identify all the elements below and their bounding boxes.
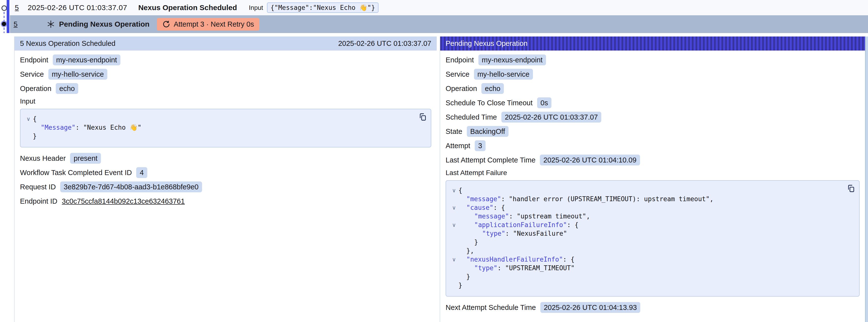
json-key: "message" (466, 195, 501, 203)
json-line-content: { (458, 186, 462, 195)
field-row: Endpoint ID 3c0c75ccfa8144b092c13ce63246… (20, 196, 431, 206)
field-label: Attempt (445, 142, 470, 150)
event-id-badge[interactable]: 4 (136, 167, 147, 178)
json-line: ∨"cause": { (450, 203, 854, 212)
json-token: : (497, 264, 505, 272)
event-input-label: Input (249, 4, 263, 11)
retry-badge-text: Attempt 3 · Next Retry 0s (174, 20, 254, 28)
json-line-content: { (33, 115, 37, 123)
json-line: } (450, 238, 854, 247)
field-value-badge: my-nexus-endpoint (478, 55, 546, 65)
event-panel-header: 5 Nexus Operation Scheduled 2025-02-26 U… (14, 36, 437, 51)
field-value-badge: 0s (537, 97, 552, 108)
field-label: Service (20, 70, 44, 78)
json-key: "cause" (466, 204, 493, 211)
json-line: } (24, 132, 426, 140)
endpoint-id-link[interactable]: 3c0c75ccfa8144b092c13ce632463761 (62, 197, 185, 205)
field-value-badge: my-hello-service (49, 69, 107, 79)
json-line-content: } (458, 238, 478, 247)
field-label: Next Attempt Schedule Time (445, 303, 536, 312)
field-value-badge: my-hello-service (474, 69, 533, 79)
json-token: : { (567, 221, 579, 229)
json-line: ∨"applicationFailureInfo": { (450, 221, 854, 229)
json-line: "message": "handler error (UPSTREAM_TIME… (450, 195, 854, 203)
event-panel-timestamp: 2025-02-26 UTC 01:03:37.07 (338, 39, 431, 47)
field-value-badge: my-nexus-endpoint (53, 55, 121, 65)
field-label: State (445, 127, 462, 136)
json-token: : (509, 213, 517, 220)
json-token: : { (563, 256, 575, 263)
scrollbar[interactable] (865, 36, 868, 322)
field-label: Endpoint (445, 56, 474, 64)
field-row: Operation echo (445, 83, 860, 94)
event-title: Nexus Operation Scheduled (138, 3, 237, 12)
json-line: ∨{ (450, 186, 854, 195)
json-token: "Nexus Echo 👋" (83, 124, 142, 131)
pending-id-link[interactable]: 5 (13, 20, 18, 28)
json-key: "applicationFailureInfo" (474, 221, 567, 229)
field-label: Last Attempt Complete Time (445, 156, 535, 164)
collapse-chevron-icon[interactable]: ∨ (450, 203, 458, 212)
field-row: State BackingOff (445, 126, 860, 137)
field-value-badge: echo (482, 83, 504, 94)
collapse-chevron-icon[interactable]: ∨ (450, 186, 458, 195)
input-section-label: Input (20, 97, 431, 105)
field-value-badge: echo (56, 83, 78, 94)
json-line: } (450, 272, 854, 281)
json-line: } (450, 281, 854, 290)
field-value-badge: 3 (475, 140, 486, 151)
field-label: Schedule To Close Timeout (445, 99, 533, 107)
collapse-chevron-icon[interactable]: ∨ (450, 221, 458, 229)
json-line: "message": "upstream timeout", (450, 212, 854, 221)
field-value-badge: 2025-02-26 UTC 01:04:13.93 (540, 302, 640, 313)
json-token: { (458, 187, 462, 194)
json-line-content: "message": "handler error (UPSTREAM_TIME… (458, 195, 714, 203)
timeline-active-bar (7, 0, 9, 33)
input-json-viewer: ∨{"Message": "Nexus Echo 👋"} (20, 109, 431, 148)
json-token: : (505, 230, 513, 237)
field-row: Endpoint my-nexus-endpoint (445, 55, 860, 65)
json-token: : { (493, 204, 505, 211)
field-label: Workflow Task Completed Event ID (20, 169, 132, 177)
pending-operation-row[interactable]: 5 Pending Nexus Operation Attempt 3 · Ne… (10, 15, 868, 33)
json-line: "type": "UPSTREAM_TIMEOUT" (450, 264, 854, 272)
field-value-badge: 2025-02-26 UTC 01:04:10.09 (540, 155, 640, 165)
event-node-icon[interactable] (1, 5, 7, 11)
field-row: Next Attempt Schedule Time 2025-02-26 UT… (445, 302, 860, 313)
json-token: "upstream timeout" (517, 213, 586, 220)
collapse-chevron-icon[interactable]: ∨ (24, 115, 33, 123)
event-id-link[interactable]: 5 (15, 4, 19, 12)
json-line-content: "nexusHandlerFailureInfo": { (458, 255, 575, 264)
field-label: Endpoint ID (20, 197, 58, 205)
json-line: ∨{ (24, 115, 426, 123)
copy-icon[interactable] (847, 184, 855, 193)
json-key: "type" (474, 264, 497, 272)
state-badge: BackingOff (467, 126, 508, 137)
json-line-content: "cause": { (458, 203, 505, 212)
field-row: Schedule To Close Timeout 0s (445, 97, 860, 108)
event-input-chip: {"Message":"Nexus Echo 👋"} (267, 2, 378, 13)
field-label: Endpoint (20, 56, 49, 64)
json-token: "NexusFailure" (513, 230, 567, 237)
failure-section-label: Last Attempt Failure (445, 169, 860, 177)
pending-title: Pending Nexus Operation (59, 20, 150, 28)
collapse-chevron-icon[interactable]: ∨ (450, 255, 458, 264)
json-token: } (33, 132, 37, 140)
event-panel-title: 5 Nexus Operation Scheduled (20, 39, 116, 47)
retry-badge: Attempt 3 · Next Retry 0s (157, 18, 259, 31)
json-line: }, (450, 247, 854, 255)
field-row: Service my-hello-service (445, 69, 860, 79)
field-label: Nexus Header (20, 154, 66, 162)
json-token: "UPSTREAM_TIMEOUT" (505, 264, 575, 272)
event-row[interactable]: 5 2025-02-26 UTC 01:03:37.07 Nexus Opera… (10, 0, 868, 15)
event-detail-panel: 5 Nexus Operation Scheduled 2025-02-26 U… (14, 36, 437, 322)
copy-icon[interactable] (418, 113, 427, 121)
field-value-badge: present (70, 153, 101, 164)
pending-operation-panel: Pending Nexus Operation Endpoint my-nexu… (440, 36, 865, 322)
field-value-badge: 2025-02-26 UTC 01:03:37.07 (501, 112, 601, 123)
json-key: "nexusHandlerFailureInfo" (466, 256, 563, 263)
pending-panel-header: Pending Nexus Operation (440, 36, 865, 51)
pending-node-icon[interactable] (1, 21, 7, 27)
json-line-content: "Message": "Nexus Echo 👋" (33, 123, 142, 132)
json-line: "Message": "Nexus Echo 👋" (24, 123, 426, 132)
